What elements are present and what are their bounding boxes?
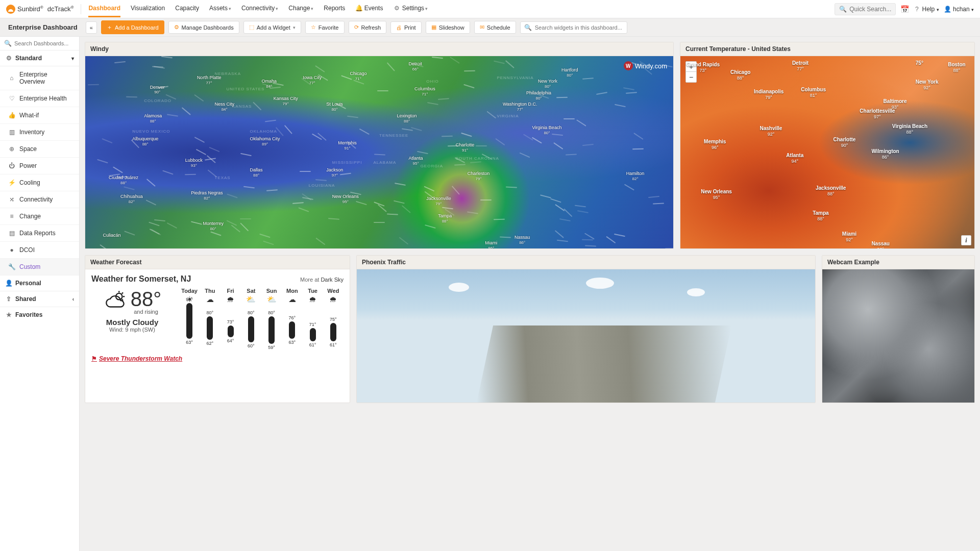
map-city-label: North Platte77° bbox=[197, 76, 222, 86]
thumbs-icon: 👍 bbox=[8, 112, 15, 119]
print-icon: 🖨 bbox=[396, 24, 402, 31]
chevron-left-icon: ‹ bbox=[72, 296, 74, 302]
wind-streak bbox=[387, 214, 398, 215]
wind-streak bbox=[114, 61, 126, 63]
temperature-map[interactable]: + − i Grand Rapids73°Chicago88°Detroit77… bbox=[680, 56, 974, 248]
sidebar-item-data-reports[interactable]: ▤Data Reports bbox=[0, 225, 79, 242]
wind-streak bbox=[227, 193, 238, 198]
wind-streak bbox=[196, 149, 206, 155]
widget-temperature: Current Temperature - United States + − … bbox=[680, 42, 975, 249]
schedule-button[interactable]: ✉Schedule bbox=[474, 21, 516, 34]
quick-search-input[interactable] bbox=[849, 6, 891, 13]
wind-streak bbox=[437, 98, 449, 99]
wind-streak bbox=[399, 237, 408, 244]
map-city-label: Alamosa88° bbox=[144, 114, 162, 124]
widget-search[interactable]: 🔍 bbox=[520, 21, 627, 34]
favorite-button[interactable]: ☆Favorite bbox=[305, 21, 345, 34]
wind-streak bbox=[374, 221, 385, 222]
nav-dashboard[interactable]: Dashboard bbox=[88, 1, 120, 17]
add-widget-button[interactable]: ⬚Add a Widget▾ bbox=[243, 21, 301, 34]
wind-streak bbox=[566, 154, 577, 156]
sidebar-search[interactable]: 🔍 bbox=[0, 37, 79, 51]
wind-streak bbox=[315, 179, 327, 181]
forecast-day: Thu☁80°62° bbox=[201, 288, 218, 349]
wind-streak bbox=[102, 138, 113, 143]
nav-events[interactable]: 🔔 Events bbox=[355, 1, 383, 17]
sidebar-item-change[interactable]: ≡Change bbox=[0, 208, 79, 225]
nav-change[interactable]: Change bbox=[288, 1, 313, 17]
wind-streak bbox=[182, 108, 191, 115]
weather-icon: ☁ bbox=[201, 295, 218, 304]
low-temp: 61° bbox=[330, 342, 337, 347]
print-button[interactable]: 🖨Print bbox=[390, 21, 422, 34]
windy-map[interactable]: W Windy.com Detroit66°Chicago71°Iowa Cit… bbox=[85, 56, 673, 248]
sidebar-item-dcoi[interactable]: ●DCOI bbox=[0, 242, 79, 259]
map-city-label: Ness City84° bbox=[214, 102, 234, 112]
sidebar-item-connectivity[interactable]: ⤨Connectivity bbox=[0, 191, 79, 208]
traffic-camera-image bbox=[357, 269, 815, 403]
map-city-label: Jacksonville79° bbox=[426, 196, 451, 207]
sidebar-item-space[interactable]: ⊕Space bbox=[0, 141, 79, 158]
add-dashboard-button[interactable]: ＋Add a Dashboard bbox=[101, 20, 164, 34]
refresh-button[interactable]: ⟳Refresh bbox=[349, 21, 387, 34]
sidebar-item-power[interactable]: ⏻Power bbox=[0, 158, 79, 174]
wind-streak bbox=[540, 194, 551, 198]
nav-assets[interactable]: Assets bbox=[209, 1, 231, 17]
map-city-label: Nassau86° bbox=[514, 235, 530, 245]
widget-title: Weather Forecast bbox=[85, 256, 350, 269]
section-personal[interactable]: 👤Personal bbox=[0, 276, 79, 291]
manage-dashboards-button[interactable]: ⚙Manage Dashboards bbox=[168, 21, 239, 34]
nav-visualization[interactable]: Visualization bbox=[131, 1, 165, 17]
sidebar-item-what-if[interactable]: 👍What-if bbox=[0, 107, 79, 124]
map-city-label: Miami86° bbox=[485, 241, 497, 248]
sidebar-item-custom[interactable]: 🔧Custom bbox=[0, 259, 79, 276]
forecast-location: Weather for Somerset, NJ bbox=[91, 274, 191, 284]
wind-streak bbox=[402, 205, 411, 213]
sidebar-item-cooling[interactable]: ⚡Cooling bbox=[0, 174, 79, 191]
wind-streak bbox=[263, 241, 274, 245]
user-menu[interactable]: 👤 hchan ▾ bbox=[944, 6, 974, 13]
nav-connectivity[interactable]: Connectivity bbox=[241, 1, 278, 17]
nav-reports[interactable]: Reports bbox=[324, 1, 345, 17]
collapse-sidebar-button[interactable]: « bbox=[86, 21, 97, 34]
dark-sky-link[interactable]: Dark Sky bbox=[321, 277, 344, 283]
sidebar-item-inventory[interactable]: ▥Inventory bbox=[0, 124, 79, 141]
section-standard[interactable]: ⚙Standard ▾ bbox=[0, 51, 79, 66]
weather-alert[interactable]: ⚑Severe Thunderstorm Watch bbox=[85, 353, 350, 366]
wind-streak bbox=[424, 186, 434, 192]
quick-search[interactable]: 🔍 bbox=[835, 3, 896, 15]
sliders-icon: ⚙ bbox=[5, 55, 12, 62]
sidebar-item-enterprise-overview[interactable]: ⌂Enterprise Overview bbox=[0, 66, 79, 90]
temp-bar bbox=[248, 316, 254, 343]
dashboard-content: Windy W Windy.com Detroit66°Chicago71°Io… bbox=[80, 37, 980, 551]
mail-icon: ✉ bbox=[480, 24, 484, 31]
calendar-icon[interactable]: 📅 bbox=[901, 6, 908, 13]
wind-streak bbox=[582, 144, 594, 146]
temp-city-label: Grand Rapids73° bbox=[687, 62, 720, 73]
section-favorites[interactable]: ★Favorites bbox=[0, 307, 79, 322]
temp-city-label: Atlanta94° bbox=[786, 153, 803, 164]
section-shared[interactable]: ⇪Shared‹ bbox=[0, 291, 79, 307]
widget-search-input[interactable] bbox=[535, 24, 623, 31]
sidebar-search-input[interactable] bbox=[14, 40, 75, 46]
nav-settings[interactable]: ⚙ Settings bbox=[393, 1, 428, 17]
slideshow-button[interactable]: ▦Slideshow bbox=[426, 21, 470, 34]
low-temp: 62° bbox=[207, 341, 214, 346]
info-button[interactable]: i bbox=[961, 235, 971, 245]
nav-capacity[interactable]: Capacity bbox=[175, 1, 199, 17]
wind-streak bbox=[240, 218, 251, 219]
wind-streak bbox=[285, 125, 293, 134]
wind-streak bbox=[480, 199, 492, 201]
wind-streak bbox=[505, 60, 514, 68]
sidebar-item-enterprise-health[interactable]: ♡Enterprise Health bbox=[0, 90, 79, 107]
wind-streak bbox=[185, 174, 196, 175]
temp-city-label: Boston88° bbox=[948, 62, 965, 73]
home-icon: ⌂ bbox=[8, 74, 15, 82]
map-state-label: NEBRASKA bbox=[214, 71, 241, 76]
wind-streak bbox=[328, 218, 339, 219]
wind-streak bbox=[623, 87, 634, 90]
map-city-label: Kansas City79° bbox=[274, 96, 298, 107]
wind-streak bbox=[316, 238, 326, 245]
help-menu[interactable]: ? Help ▾ bbox=[913, 6, 939, 13]
map-city-label: Philadelphia80° bbox=[526, 91, 551, 101]
